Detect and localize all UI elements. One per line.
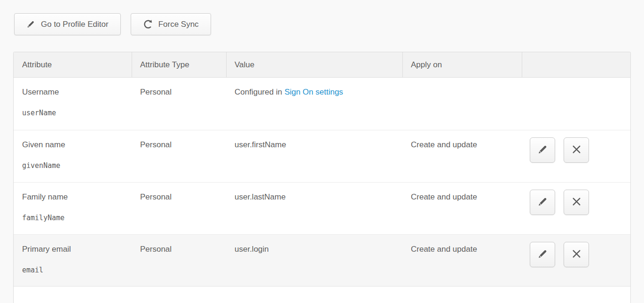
apply-on-cell (403, 78, 522, 130)
refresh-icon (143, 19, 153, 29)
attribute-cell: Family name familyName (14, 183, 132, 234)
x-icon (572, 144, 581, 156)
attribute-label: Primary email (22, 245, 127, 254)
pencil-icon (537, 144, 548, 156)
attribute-label: Family name (22, 192, 127, 202)
edit-attribute-button[interactable] (530, 190, 555, 215)
edit-attribute-button[interactable] (530, 242, 555, 267)
table-row-family-name: Family name familyName Personal user.las… (14, 182, 630, 234)
actions-cell (522, 235, 630, 286)
attribute-cell: Username userName (14, 78, 132, 130)
apply-on-cell: Create and update (403, 183, 522, 234)
attribute-variable-name: givenName (22, 161, 127, 170)
attribute-cell: Primary email email (14, 235, 132, 286)
force-sync-label: Force Sync (158, 20, 199, 29)
delete-attribute-button[interactable] (564, 190, 589, 215)
sign-on-settings-link[interactable]: Sign On settings (284, 88, 343, 96)
value-cell: user.login (227, 235, 403, 286)
force-sync-button[interactable]: Force Sync (131, 13, 211, 35)
value-cell: user.lastName (227, 183, 403, 234)
attribute-type-cell: Personal (132, 78, 227, 130)
table-row-primary-email: Primary email email Personal user.login … (14, 234, 630, 287)
attribute-label: Username (22, 88, 127, 97)
x-icon (572, 197, 581, 208)
edit-attribute-button[interactable] (530, 137, 555, 163)
delete-attribute-button[interactable] (564, 242, 589, 267)
attribute-variable-name: email (22, 266, 127, 274)
column-header-attribute-type: Attribute Type (132, 52, 227, 77)
attribute-cell: Given name givenName (14, 130, 132, 182)
x-icon (572, 249, 581, 260)
go-to-profile-editor-label: Go to Profile Editor (41, 20, 109, 29)
apply-on-cell: Create and update (403, 235, 522, 286)
attribute-type-cell: Personal (132, 235, 227, 286)
table-row-username: Username userName Personal Configured in… (14, 78, 630, 130)
attribute-mappings-table: Attribute Attribute Type Value Apply on … (13, 52, 631, 303)
pencil-icon (537, 248, 548, 261)
actions-cell (522, 183, 630, 234)
column-header-apply-on: Apply on (403, 52, 522, 77)
attribute-variable-name: familyName (22, 214, 127, 222)
value-cell: user.firstName (227, 130, 403, 182)
toolbar: Go to Profile Editor Force Sync (14, 13, 644, 35)
column-header-attribute: Attribute (14, 52, 132, 77)
apply-on-cell: Create and update (403, 130, 522, 182)
attribute-type-cell: Personal (132, 183, 227, 234)
attribute-variable-name: userName (22, 109, 127, 117)
pencil-icon (537, 196, 548, 208)
go-to-profile-editor-button[interactable]: Go to Profile Editor (14, 13, 121, 35)
table-header-row: Attribute Attribute Type Value Apply on (14, 52, 630, 78)
column-header-value: Value (227, 52, 403, 77)
actions-cell (522, 78, 630, 130)
table-row-given-name: Given name givenName Personal user.first… (14, 130, 630, 182)
actions-cell (522, 130, 630, 182)
attribute-label: Given name (22, 140, 127, 150)
attribute-type-cell: Personal (132, 130, 227, 182)
table-row-partial (14, 287, 630, 303)
value-prefix: Configured in (235, 88, 282, 96)
delete-attribute-button[interactable] (564, 137, 589, 163)
column-header-actions (522, 52, 630, 77)
value-cell: Configured inSign On settings (227, 78, 403, 130)
pencil-icon (26, 20, 35, 29)
